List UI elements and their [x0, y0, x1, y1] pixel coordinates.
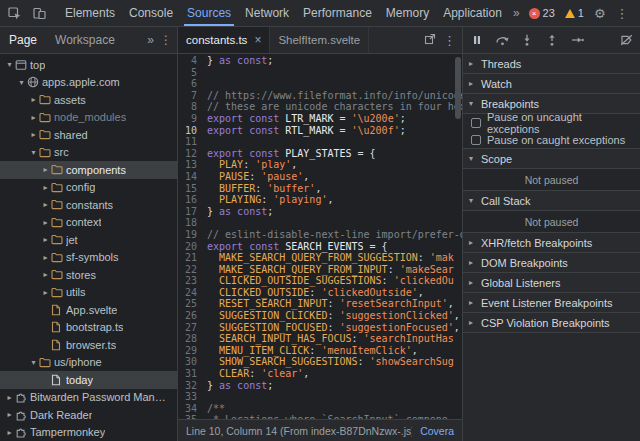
- chevron-right-icon[interactable]: ▸: [40, 218, 51, 227]
- line-number[interactable]: 5: [178, 67, 197, 79]
- editor-menu-icon[interactable]: ⋮: [443, 33, 456, 48]
- more-navigator-tabs-icon[interactable]: »: [144, 33, 157, 47]
- tree-item-config[interactable]: ▸config: [0, 179, 177, 197]
- panel-tab-performance[interactable]: Performance: [296, 0, 379, 26]
- chevron-right-icon[interactable]: ▸: [28, 95, 39, 104]
- section-header-global-listeners[interactable]: ▸Global Listeners: [463, 273, 640, 293]
- line-number[interactable]: 34: [178, 403, 197, 415]
- line-number[interactable]: 13: [178, 159, 197, 171]
- code-line[interactable]: RESET_SEARCH_INPUT: 'resetSearchInput',: [207, 298, 462, 310]
- code-line[interactable]: // https://www.fileformat.info/info/unic…: [207, 90, 462, 102]
- line-number[interactable]: 15: [178, 183, 197, 195]
- tree-item-tampermonkey[interactable]: ▸Tampermonkey: [0, 424, 177, 441]
- pause-script-button[interactable]: [469, 32, 485, 48]
- open-file-icon[interactable]: [424, 33, 436, 48]
- navigator-tab-workspace[interactable]: Workspace: [46, 27, 124, 53]
- editor-scrollbar[interactable]: [454, 54, 462, 419]
- step-button[interactable]: [569, 32, 585, 48]
- code-line[interactable]: SEARCH_INPUT_HAS_FOCUS: 'searchInputHas: [207, 333, 462, 345]
- editor-tab-shelfitem-svelte[interactable]: ShelfItem.svelte: [270, 27, 369, 53]
- code-line[interactable]: [207, 391, 462, 403]
- tree-item-apps-apple-com[interactable]: ▾apps.apple.com: [0, 74, 177, 92]
- code-line[interactable]: SHOW_SEARCH_SUGGESTIONS: 'showSearchSug: [207, 356, 462, 368]
- tree-item-shared[interactable]: ▸shared: [0, 126, 177, 144]
- line-number[interactable]: 24: [178, 287, 197, 299]
- chevron-right-icon[interactable]: ▸: [40, 183, 51, 192]
- line-number[interactable]: 16: [178, 194, 197, 206]
- more-panels-icon[interactable]: »: [509, 0, 524, 26]
- line-number[interactable]: 27: [178, 322, 197, 334]
- line-number[interactable]: 14: [178, 171, 197, 183]
- line-number[interactable]: 20: [178, 241, 197, 253]
- section-header-watch[interactable]: ▸Watch: [463, 74, 640, 94]
- tree-item-node-modules[interactable]: ▸node_modules: [0, 109, 177, 127]
- section-header-csp-violation-breakpoints[interactable]: ▸CSP Violation Breakpoints: [463, 313, 640, 333]
- tree-item-browser-ts[interactable]: browser.ts: [0, 336, 177, 354]
- step-into-button[interactable]: [519, 32, 535, 48]
- line-number[interactable]: 35: [178, 414, 197, 419]
- tree-item-bootstrap-ts[interactable]: bootstrap.ts: [0, 319, 177, 337]
- panel-tab-console[interactable]: Console: [122, 0, 180, 26]
- code-content[interactable]: } as const;// https://www.fileformat.inf…: [202, 54, 462, 419]
- chevron-right-icon[interactable]: ▸: [40, 235, 51, 244]
- code-line[interactable]: [207, 67, 462, 79]
- deactivate-breakpoints-button[interactable]: [618, 32, 634, 48]
- error-count-badge[interactable]: × 23: [524, 7, 560, 19]
- tree-item-context[interactable]: ▸context: [0, 214, 177, 232]
- chevron-down-icon[interactable]: ▾: [16, 78, 27, 87]
- tree-item-us-iphone[interactable]: ▾us/iphone: [0, 354, 177, 372]
- code-line[interactable]: // eslint-disable-next-line import/prefe…: [207, 229, 462, 241]
- section-header-xhr-fetch-breakpoints[interactable]: ▸XHR/fetch Breakpoints: [463, 233, 640, 253]
- tree-item-components[interactable]: ▸components: [0, 161, 177, 179]
- section-header-call-stack[interactable]: ▾Call Stack: [463, 191, 640, 211]
- line-number-gutter[interactable]: 4567891011121314151617181920212223242526…: [178, 54, 202, 419]
- code-line[interactable]: // these are unicode characters in four …: [207, 101, 462, 113]
- chevron-right-icon[interactable]: ▸: [28, 113, 39, 122]
- editor-tab-constants-ts[interactable]: constants.ts×: [178, 27, 270, 53]
- device-toolbar-icon[interactable]: [27, 0, 52, 26]
- code-line[interactable]: CLICKED_OUTSIDE_SUGGESTIONS: 'clickedOu: [207, 275, 462, 287]
- line-number[interactable]: 32: [178, 380, 197, 392]
- tree-item-src[interactable]: ▾src: [0, 144, 177, 162]
- code-line[interactable]: } as const;: [207, 55, 462, 67]
- line-number[interactable]: 7: [178, 90, 197, 102]
- chevron-right-icon[interactable]: ▸: [40, 270, 51, 279]
- panel-tab-sources[interactable]: Sources: [180, 0, 238, 26]
- checkbox-pause-on-caught-exceptions[interactable]: Pause on caught exceptions: [463, 131, 640, 148]
- chevron-right-icon[interactable]: ▸: [40, 288, 51, 297]
- warning-count-badge[interactable]: 1: [560, 7, 589, 19]
- tree-item-utils[interactable]: ▸utils: [0, 284, 177, 302]
- tree-item-sf-symbols[interactable]: ▸sf-symbols: [0, 249, 177, 267]
- chevron-right-icon[interactable]: ▸: [40, 253, 51, 262]
- code-line[interactable]: BUFFER: 'buffer',: [207, 183, 462, 195]
- line-number[interactable]: 22: [178, 264, 197, 276]
- line-number[interactable]: 28: [178, 333, 197, 345]
- code-line[interactable]: [207, 136, 462, 148]
- code-line[interactable]: * Locations where `SearchInput` compone: [207, 414, 462, 419]
- navigator-menu-icon[interactable]: ⋮: [157, 33, 175, 47]
- section-header-event-listener-breakpoints[interactable]: ▸Event Listener Breakpoints: [463, 293, 640, 313]
- chevron-down-icon[interactable]: ▾: [4, 60, 15, 69]
- code-line[interactable]: export const PLAY_STATES = {: [207, 148, 462, 160]
- checkbox-pause-on-uncaught-exceptions[interactable]: Pause on uncaught exceptions: [463, 114, 640, 131]
- line-number[interactable]: 17: [178, 206, 197, 218]
- close-tab-icon[interactable]: ×: [254, 33, 261, 47]
- line-number[interactable]: 33: [178, 391, 197, 403]
- line-number[interactable]: 21: [178, 252, 197, 264]
- code-editor[interactable]: 4567891011121314151617181920212223242526…: [178, 54, 462, 419]
- panel-tab-elements[interactable]: Elements: [58, 0, 122, 26]
- code-line[interactable]: PLAY: 'play',: [207, 159, 462, 171]
- code-line[interactable]: MAKE_SEARCH_QUERY_FROM_SUGGESTION: 'mak: [207, 252, 462, 264]
- line-number[interactable]: 26: [178, 310, 197, 322]
- tree-item-stores[interactable]: ▸stores: [0, 266, 177, 284]
- tree-item-app-svelte[interactable]: App.svelte: [0, 301, 177, 319]
- code-line[interactable]: PAUSE: 'pause',: [207, 171, 462, 183]
- section-header-threads[interactable]: ▸Threads: [463, 54, 640, 74]
- chevron-down-icon[interactable]: ▾: [28, 148, 39, 157]
- tree-item-bitwarden-password-man[interactable]: ▸Bitwarden Password Man…: [0, 389, 177, 407]
- chevron-right-icon[interactable]: ▸: [4, 393, 15, 402]
- tree-item-dark-reader[interactable]: ▸Dark Reader: [0, 406, 177, 424]
- tree-item-constants[interactable]: ▸constants: [0, 196, 177, 214]
- line-number[interactable]: 9: [178, 113, 197, 125]
- code-line[interactable]: } as const;: [207, 380, 462, 392]
